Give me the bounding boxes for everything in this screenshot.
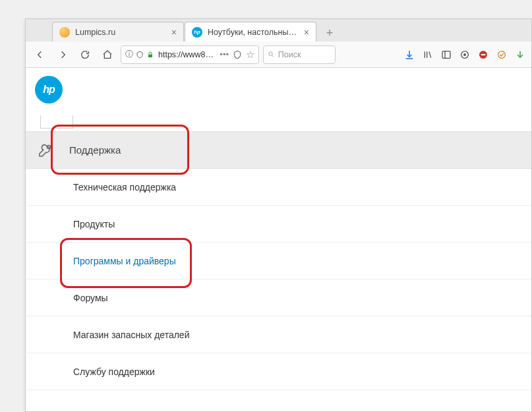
page-content: hp Поддержка Техническая поддержка Проду… [26,68,531,411]
tab-hp[interactable]: Ноутбуки, настольные ПК, пр… × [185,22,316,42]
adblock-icon[interactable] [477,49,489,61]
svg-point-10 [463,53,466,56]
search-icon [268,50,275,59]
tab-close-icon[interactable]: × [171,27,177,38]
tab-label: Ноутбуки, настольные ПК, пр… [208,28,299,37]
favicon-lumpics [59,27,70,38]
svg-rect-12 [481,54,486,55]
svg-line-2 [272,55,274,57]
hp-logo[interactable]: hp [35,76,63,103]
tab-bar: Lumpics.ru × Ноутбуки, настольные ПК, пр… [26,19,531,42]
menu-item-spare-parts[interactable]: Магазин запасных деталей [26,316,531,353]
tab-close-icon[interactable]: × [304,27,309,38]
more-icon[interactable]: ••• [220,49,229,59]
content-stub [40,115,73,129]
bookmark-star-icon[interactable]: ☆ [246,49,254,61]
download-arrow-icon[interactable] [514,49,526,61]
shield-outline-icon[interactable] [233,50,242,59]
home-button[interactable] [98,45,117,64]
url-bar[interactable]: ⓘ https://www8.hp.com ••• ☆ [121,45,259,64]
support-menu-header[interactable]: Поддержка [26,132,531,169]
svg-point-13 [498,51,506,58]
sidebar-icon[interactable] [440,49,452,61]
search-input[interactable] [278,50,331,59]
svg-line-6 [429,51,431,57]
tab-label: Lumpics.ru [75,28,166,37]
menu-item-products[interactable]: Продукты [26,206,531,243]
library-icon[interactable] [422,49,434,61]
favicon-hp [192,27,202,38]
svg-rect-0 [148,54,152,57]
lock-icon [146,51,154,59]
svg-point-1 [269,52,272,55]
wrench-icon [38,142,53,158]
extension-icon-1[interactable] [459,49,471,61]
shield-icon [136,51,144,59]
back-button[interactable] [31,45,49,64]
menu-item-software-drivers[interactable]: Программы и драйверы [26,243,531,280]
reload-button[interactable] [76,45,94,64]
menu-item-forums[interactable]: Форумы [26,280,531,316]
menu-item-tech-support[interactable]: Техническая поддержка [26,169,531,206]
info-icon[interactable]: ⓘ [125,49,133,60]
search-box[interactable] [263,45,336,64]
support-menu-list: Техническая поддержка Продукты Программы… [26,169,531,390]
support-label: Поддержка [69,144,121,156]
menu-item-support-service[interactable]: Службу поддержки [26,353,531,390]
browser-toolbar: ⓘ https://www8.hp.com ••• ☆ [26,42,531,68]
url-text: https://www8.hp.com [158,50,216,59]
forward-button[interactable] [53,45,72,64]
extension-icon-2[interactable] [496,49,508,61]
tab-lumpics[interactable]: Lumpics.ru × [52,22,184,42]
svg-rect-7 [442,51,450,58]
new-tab-button[interactable]: + [321,24,338,42]
download-icon[interactable] [403,49,415,61]
